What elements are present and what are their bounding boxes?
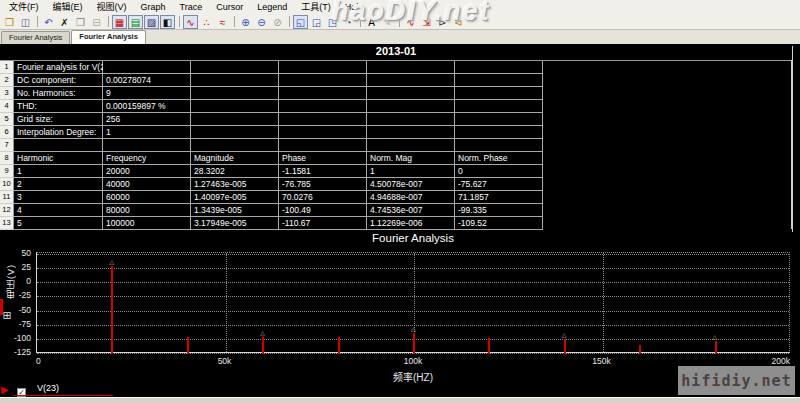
cell[interactable]	[103, 61, 191, 74]
cell[interactable]: Norm. Mag	[367, 152, 455, 165]
menu-item-8[interactable]: Help	[338, 0, 371, 14]
cell[interactable]: Harmonic	[14, 152, 103, 165]
menu-item-2[interactable]: 视图(V)	[90, 0, 134, 14]
scatter-icon[interactable]: ∴	[199, 15, 214, 29]
cell[interactable]	[455, 126, 543, 139]
cell[interactable]: Norm. Phase	[455, 152, 543, 165]
import-icon[interactable]: ⊲	[451, 15, 466, 29]
chart-view-icon[interactable]: ▨	[144, 15, 159, 29]
cell[interactable]: 0.00278074	[103, 74, 191, 87]
cell[interactable]: Fourier analysis for V(23):	[14, 61, 103, 74]
cell[interactable]	[279, 87, 367, 100]
cell[interactable]: 9	[103, 87, 191, 100]
cell[interactable]	[367, 139, 455, 152]
cell[interactable]	[367, 87, 455, 100]
grid-view-icon[interactable]: ▦	[112, 15, 127, 29]
cell[interactable]: 5	[14, 217, 103, 230]
cell[interactable]: 1	[367, 165, 455, 178]
cell[interactable]: No. Harmonics:	[14, 87, 103, 100]
menu-item-1[interactable]: 编辑(E)	[46, 0, 90, 14]
pan-icon[interactable]: ◔	[341, 15, 356, 29]
cell[interactable]: 40000	[103, 178, 191, 191]
cell[interactable]: 28.3202	[191, 165, 279, 178]
cell[interactable]	[14, 139, 103, 152]
menu-item-3[interactable]: Graph	[134, 0, 173, 14]
cell[interactable]: Interpolation Degree:	[14, 126, 103, 139]
zoom-restore-icon[interactable]: ⊘	[270, 15, 285, 29]
cell[interactable]: 1.40097e-005	[191, 191, 279, 204]
cell[interactable]: 4.50078e-007	[367, 178, 455, 191]
cell[interactable]	[455, 87, 543, 100]
curve-points-icon[interactable]: ≈	[215, 15, 230, 29]
cell[interactable]	[455, 113, 543, 126]
cell[interactable]	[279, 74, 367, 87]
zoom-in-icon[interactable]: ⊕	[238, 15, 253, 29]
cell[interactable]: 20000	[103, 165, 191, 178]
cell[interactable]: -1.1581	[279, 165, 367, 178]
open-icon[interactable]: ❐	[2, 15, 17, 29]
panel-view-icon[interactable]: ◧	[160, 15, 175, 29]
cell[interactable]: 4.94688e-007	[367, 191, 455, 204]
list-view-icon[interactable]: ▤	[128, 15, 143, 29]
merge-trace-icon[interactable]: ⇲	[419, 15, 434, 29]
zoom-xy-icon[interactable]: ◳	[325, 15, 340, 29]
menu-item-4[interactable]: Trace	[173, 0, 210, 14]
cell[interactable]	[279, 113, 367, 126]
cell[interactable]	[191, 100, 279, 113]
cell[interactable]	[367, 126, 455, 139]
cell[interactable]: 1.3439e-005	[191, 204, 279, 217]
plot-area[interactable]: △△△△△	[36, 252, 790, 353]
cell[interactable]: 3.17949e-005	[191, 217, 279, 230]
menu-item-7[interactable]: 工具(T)	[294, 0, 338, 14]
legend-trace-label[interactable]: V(23)	[37, 383, 59, 393]
cell[interactable]	[279, 126, 367, 139]
cell[interactable]	[455, 61, 543, 74]
cell[interactable]: Phase	[279, 152, 367, 165]
cell[interactable]: 80000	[103, 204, 191, 217]
cell[interactable]: -100.49	[279, 204, 367, 217]
cell[interactable]: 3	[14, 191, 103, 204]
cell[interactable]	[455, 74, 543, 87]
tab-fourier-analysis-0[interactable]: Fourier Analysis	[1, 31, 70, 44]
cell[interactable]	[103, 139, 191, 152]
cell[interactable]: 1.27463e-005	[191, 178, 279, 191]
cell[interactable]	[279, 61, 367, 74]
cell[interactable]	[367, 100, 455, 113]
cell[interactable]: 256	[103, 113, 191, 126]
cell[interactable]: -109.52	[455, 217, 543, 230]
cell[interactable]	[455, 139, 543, 152]
cell[interactable]	[191, 87, 279, 100]
overlay-trace-icon[interactable]: ∿	[403, 15, 418, 29]
cell[interactable]: Magnitude	[191, 152, 279, 165]
cell[interactable]: 2	[14, 178, 103, 191]
cell[interactable]	[191, 113, 279, 126]
cell[interactable]: -99.335	[455, 204, 543, 217]
cell[interactable]: 0	[455, 165, 543, 178]
cell[interactable]	[191, 126, 279, 139]
cell[interactable]: 60000	[103, 191, 191, 204]
cell[interactable]: 4	[14, 204, 103, 217]
cell[interactable]: 1	[103, 126, 191, 139]
cell[interactable]	[367, 74, 455, 87]
zoom-out-icon[interactable]: ⊖	[254, 15, 269, 29]
text-icon[interactable]: A	[364, 15, 379, 29]
cell[interactable]: -110.67	[279, 217, 367, 230]
cell[interactable]: 100000	[103, 217, 191, 230]
cell[interactable]: Frequency	[103, 152, 191, 165]
menu-item-5[interactable]: Cursor	[209, 0, 250, 14]
menu-item-6[interactable]: Legend	[250, 0, 294, 14]
cell[interactable]	[191, 74, 279, 87]
cell[interactable]: THD:	[14, 100, 103, 113]
cell[interactable]: 1	[14, 165, 103, 178]
cell[interactable]: 71.1857	[455, 191, 543, 204]
menu-item-0[interactable]: 文件(F)	[2, 0, 46, 14]
save-icon[interactable]: ◫	[18, 15, 33, 29]
zoom-y-icon[interactable]: ◲	[309, 15, 324, 29]
delete-icon[interactable]: ✗	[57, 15, 72, 29]
export-icon[interactable]: ⊳	[435, 15, 450, 29]
cell[interactable]: DC component:	[14, 74, 103, 87]
cell[interactable]	[455, 100, 543, 113]
cell[interactable]: -75.627	[455, 178, 543, 191]
cell[interactable]: 70.0276	[279, 191, 367, 204]
cell[interactable]	[191, 61, 279, 74]
